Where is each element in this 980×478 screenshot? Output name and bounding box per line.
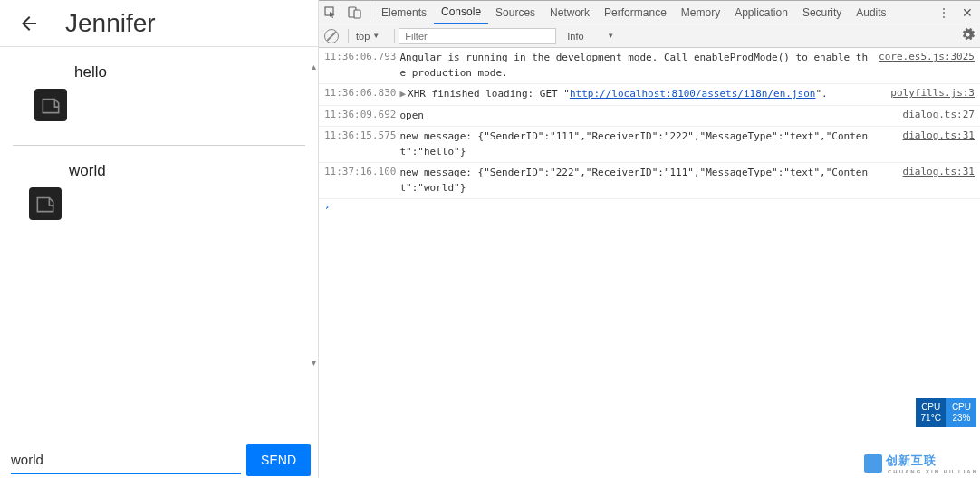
- console-prompt-icon[interactable]: ›: [319, 199, 980, 215]
- log-source-link[interactable]: polyfills.js:3: [890, 87, 975, 99]
- message-item: hello: [13, 47, 305, 146]
- clear-icon[interactable]: [324, 29, 339, 43]
- context-select[interactable]: top▼: [352, 29, 383, 43]
- filter-input[interactable]: [399, 28, 556, 44]
- divider: [370, 5, 370, 20]
- cpu-temp: CPU71°C: [916, 398, 946, 427]
- log-timestamp: 11:36:15.575: [324, 129, 396, 141]
- log-row: 11:36:09.692 open dialog.ts:27: [319, 106, 980, 128]
- log-timestamp: 11:36:09.692: [324, 109, 396, 120]
- log-row: 11:36:06.830 ▶XHR finished loading: GET …: [319, 84, 980, 106]
- cpu-widget: CPU71°C CPU23%: [916, 398, 976, 427]
- console-toolbar: top▼ Info▼: [319, 24, 980, 48]
- log-row: 11:37:16.100 new message: {"SenderID":"2…: [319, 163, 980, 199]
- tab-memory[interactable]: Memory: [674, 2, 727, 24]
- scroll-up-icon[interactable]: ▴: [312, 62, 316, 72]
- log-source-link[interactable]: dialog.ts:27: [903, 109, 975, 120]
- log-message: ▶XHR finished loading: GET "http://local…: [399, 87, 883, 102]
- send-button[interactable]: SEND: [246, 444, 311, 476]
- divider: [348, 29, 349, 43]
- log-message: new message: {"SenderID":"111","Receiver…: [399, 129, 895, 159]
- log-timestamp: 11:36:06.830: [324, 87, 396, 99]
- tab-security[interactable]: Security: [795, 2, 849, 24]
- console-output: 11:36:06.793 Angular is running in the d…: [319, 48, 980, 478]
- log-message: Angular is running in the development mo…: [399, 51, 871, 81]
- message-text: hello: [74, 63, 287, 81]
- tab-sources[interactable]: Sources: [488, 2, 543, 24]
- back-icon[interactable]: [18, 13, 40, 34]
- log-timestamp: 11:36:06.793: [324, 51, 396, 62]
- log-source-link[interactable]: dialog.ts:31: [903, 166, 975, 177]
- message-text: world: [69, 162, 293, 180]
- watermark: 创新互联 CHUANG XIN HU LIAN: [864, 453, 978, 474]
- tab-network[interactable]: Network: [543, 2, 597, 24]
- chat-title: Jennifer: [65, 9, 156, 38]
- chat-panel: Jennifer hello world ▴ ▾ SEND: [0, 0, 319, 478]
- avatar: [29, 187, 62, 220]
- tab-console[interactable]: Console: [434, 1, 488, 24]
- divider: [394, 29, 395, 43]
- inspect-icon[interactable]: [322, 4, 340, 22]
- log-row: 11:36:15.575 new message: {"SenderID":"1…: [319, 127, 980, 163]
- more-icon[interactable]: ⋮: [933, 6, 955, 19]
- devtools-tabs: Elements Console Sources Network Perform…: [319, 1, 980, 24]
- gear-icon[interactable]: [961, 28, 975, 43]
- watermark-text: 创新互联: [886, 453, 978, 469]
- device-icon[interactable]: [345, 4, 363, 22]
- url-link[interactable]: http://localhost:8100/assets/i18n/en.jso…: [570, 88, 816, 100]
- watermark-sub: CHUANG XIN HU LIAN: [888, 469, 978, 474]
- devtools-panel: Elements Console Sources Network Perform…: [319, 0, 980, 478]
- chat-input-bar: SEND: [0, 440, 318, 478]
- log-timestamp: 11:37:16.100: [324, 166, 396, 177]
- message-item: world: [7, 146, 311, 236]
- svg-rect-2: [354, 10, 360, 18]
- tab-application[interactable]: Application: [727, 2, 795, 24]
- log-source-link[interactable]: dialog.ts:31: [903, 129, 975, 141]
- tab-elements[interactable]: Elements: [374, 2, 434, 24]
- chat-messages: hello world ▴ ▾: [0, 47, 318, 440]
- scroll-down-icon[interactable]: ▾: [312, 358, 316, 368]
- level-select[interactable]: Info▼: [563, 29, 618, 43]
- tab-audits[interactable]: Audits: [849, 2, 893, 24]
- avatar: [34, 89, 67, 121]
- expand-icon[interactable]: ▶: [399, 88, 406, 100]
- log-row: 11:36:06.793 Angular is running in the d…: [319, 48, 980, 84]
- log-source-link[interactable]: core.es5.js:3025: [879, 51, 975, 62]
- chat-header: Jennifer: [0, 0, 318, 47]
- close-icon[interactable]: ✕: [955, 5, 980, 20]
- log-message: new message: {"SenderID":"222","Receiver…: [399, 166, 895, 196]
- message-input[interactable]: [11, 446, 241, 474]
- log-message: open: [399, 109, 895, 124]
- cpu-usage: CPU23%: [946, 398, 976, 427]
- watermark-icon: [864, 454, 882, 473]
- tab-performance[interactable]: Performance: [597, 2, 674, 24]
